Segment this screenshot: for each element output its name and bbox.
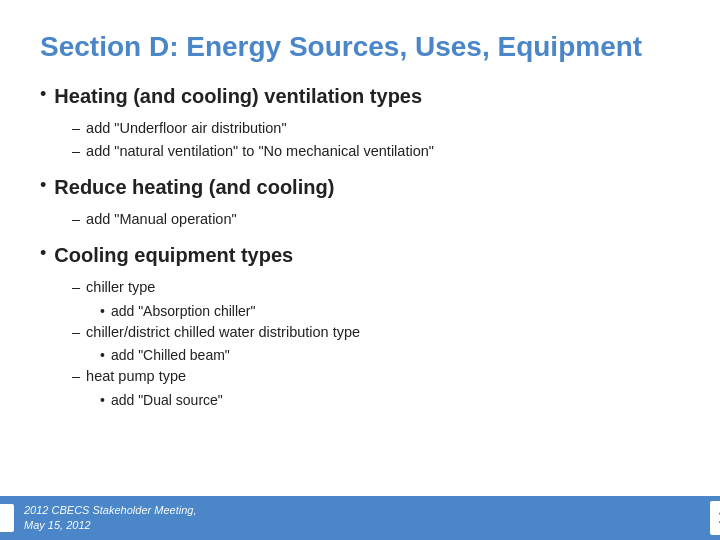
- dash-3c: –: [72, 366, 80, 388]
- bullet-1-subitems: – add "Underfloor air distribution" – ad…: [72, 118, 680, 164]
- dash-3b: –: [72, 322, 80, 344]
- dash-1b: –: [72, 141, 80, 163]
- bullet-2: • Reduce heating (and cooling): [40, 173, 680, 201]
- sub-item-1a-text: add "Underfloor air distribution": [86, 118, 287, 140]
- sub-dot-3c1: •: [100, 390, 105, 411]
- bullet-1: • Heating (and cooling) ventilation type…: [40, 82, 680, 110]
- sub-sub-3c1-text: add "Dual source": [111, 390, 223, 411]
- slide: Section D: Energy Sources, Uses, Equipme…: [0, 0, 720, 540]
- bullet-3-subitems: – chiller type • add "Absorption chiller…: [72, 277, 680, 411]
- footer-line2: May 15, 2012: [24, 518, 196, 533]
- dash-1a: –: [72, 118, 80, 140]
- sub-sub-3a1: • add "Absorption chiller": [100, 301, 680, 322]
- sub-sub-3c1: • add "Dual source": [100, 390, 680, 411]
- footer-meeting-text: 2012 CBECS Stakeholder Meeting, May 15, …: [24, 503, 196, 534]
- sub-item-3c: – heat pump type: [72, 366, 680, 388]
- bullet-2-subitems: – add "Manual operation": [72, 209, 680, 231]
- dash-2a: –: [72, 209, 80, 231]
- footer-left: eia 2012 CBECS Stakeholder Meeting, May …: [0, 503, 196, 534]
- footer-line1: 2012 CBECS Stakeholder Meeting,: [24, 503, 196, 518]
- sub-item-3a-text: chiller type: [86, 277, 155, 299]
- sub-dot-3a1: •: [100, 301, 105, 322]
- sub-item-3b-text: chiller/district chilled water distribut…: [86, 322, 360, 344]
- bullet-1-text: Heating (and cooling) ventilation types: [54, 82, 422, 110]
- bullet-2-dot: •: [40, 173, 46, 198]
- bullet-3-text: Cooling equipment types: [54, 241, 293, 269]
- sub-item-3b: – chiller/district chilled water distrib…: [72, 322, 680, 344]
- sub-item-1b: – add "natural ventilation" to "No mecha…: [72, 141, 680, 163]
- page-number: 16: [710, 501, 720, 535]
- sub-item-1b-text: add "natural ventilation" to "No mechani…: [86, 141, 434, 163]
- slide-title: Section D: Energy Sources, Uses, Equipme…: [40, 30, 680, 64]
- svg-rect-0: [0, 504, 14, 532]
- sub-sub-3c: • add "Dual source": [100, 390, 680, 411]
- bullet-1-dot: •: [40, 82, 46, 107]
- sub-sub-3b1-text: add "Chilled beam": [111, 345, 230, 366]
- footer: eia 2012 CBECS Stakeholder Meeting, May …: [0, 496, 720, 540]
- bullet-2-text: Reduce heating (and cooling): [54, 173, 334, 201]
- sub-item-2a: – add "Manual operation": [72, 209, 680, 231]
- sub-sub-3a: • add "Absorption chiller": [100, 301, 680, 322]
- dash-3a: –: [72, 277, 80, 299]
- sub-dot-3b1: •: [100, 345, 105, 366]
- sub-sub-3a1-text: add "Absorption chiller": [111, 301, 256, 322]
- sub-item-2a-text: add "Manual operation": [86, 209, 237, 231]
- sub-sub-3b: • add "Chilled beam": [100, 345, 680, 366]
- sub-item-1a: – add "Underfloor air distribution": [72, 118, 680, 140]
- sub-item-3c-text: heat pump type: [86, 366, 186, 388]
- eia-logo: eia: [0, 504, 14, 532]
- sub-sub-3b1: • add "Chilled beam": [100, 345, 680, 366]
- bullet-3-dot: •: [40, 241, 46, 266]
- slide-content: • Heating (and cooling) ventilation type…: [40, 82, 680, 540]
- bullet-3: • Cooling equipment types: [40, 241, 680, 269]
- sub-item-3a: – chiller type: [72, 277, 680, 299]
